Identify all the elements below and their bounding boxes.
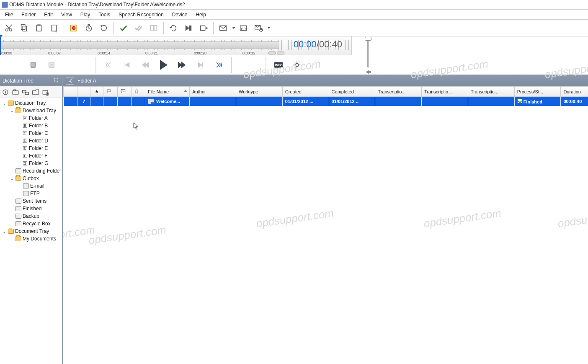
volume-slider-thumb[interactable] <box>365 37 371 41</box>
goto-start-button[interactable] <box>119 58 135 72</box>
tree-item-download-tray[interactable]: ⌄Download Tray <box>1 107 61 114</box>
tree-item-folder-a[interactable]: AFolder A <box>1 114 61 122</box>
copy-button[interactable] <box>17 21 31 35</box>
col-star[interactable]: ★ <box>90 87 103 97</box>
rewind-button[interactable] <box>137 58 153 72</box>
menu-folder[interactable]: Folder <box>17 10 40 19</box>
tree-item-folder-c[interactable]: CFolder C <box>1 129 61 137</box>
new-folder-button[interactable] <box>11 88 20 97</box>
export-button[interactable] <box>196 21 211 35</box>
dictation-tree[interactable]: ⌄Dictation Tray⌄Download TrayAFolder ABF… <box>0 98 62 364</box>
volume-slider-track[interactable] <box>367 38 369 67</box>
chevron-down-icon[interactable]: ⌄ <box>9 108 14 113</box>
tree-item-recycle-box[interactable]: Recycle Box <box>1 220 61 227</box>
col-flag[interactable]: ! <box>117 87 131 97</box>
col-file[interactable]: File Name <box>145 87 189 97</box>
chevron-down-icon[interactable]: ⌄ <box>9 176 14 181</box>
tree-item-folder-f[interactable]: FFolder F <box>1 152 61 160</box>
menu-play[interactable]: Play <box>76 10 94 19</box>
sync-dropdown-icon[interactable] <box>267 27 271 29</box>
tree-item-my-documents[interactable]: My Documents <box>1 235 61 243</box>
back-button[interactable] <box>66 77 74 85</box>
table-header-row[interactable]: ★!File NameAuthorWorktypeCreatedComplete… <box>64 87 588 97</box>
tree-item-recording-folder[interactable]: Recording Folder <box>1 167 61 175</box>
paste-special-button[interactable] <box>47 21 61 35</box>
menu-tools[interactable]: Tools <box>94 10 114 19</box>
record-timer-button[interactable] <box>82 21 96 35</box>
tree-item-outbox[interactable]: ⌄Outbox <box>1 175 61 182</box>
menu-speech-recognition[interactable]: Speech Recognition <box>114 10 168 19</box>
folder-open-button[interactable] <box>31 88 40 97</box>
tree-item-finished[interactable]: Finished <box>1 205 61 212</box>
tree-item-document-tray[interactable]: ⌄Document Tray <box>1 227 61 235</box>
record-button[interactable] <box>67 21 81 35</box>
table-row[interactable]: 7Welcome...01/01/2012 ...01/01/2012 ...F… <box>64 97 588 106</box>
record-cycle-button[interactable] <box>97 21 111 35</box>
tree-item-sent-items[interactable]: Sent Items <box>1 197 61 205</box>
col-tr2[interactable]: Transcriptio... <box>422 87 468 97</box>
folder-letter-icon: A <box>23 116 27 120</box>
tree-collapse-button[interactable] <box>1 88 10 97</box>
lock-icon <box>134 88 139 94</box>
cut-button[interactable] <box>2 21 16 35</box>
mark-done-button[interactable] <box>116 21 131 35</box>
skip-forward-button[interactable] <box>181 21 196 35</box>
col-comment[interactable] <box>103 87 117 97</box>
col-num[interactable] <box>77 87 90 97</box>
menu-help[interactable]: Help <box>191 10 210 19</box>
col-sel[interactable] <box>64 87 77 97</box>
chevron-down-icon[interactable]: ⌄ <box>2 229 7 234</box>
tree-item-folder-b[interactable]: BFolder B <box>1 122 61 129</box>
col-created[interactable]: Created <box>282 87 329 97</box>
sidebar-refresh-icon[interactable] <box>53 77 59 85</box>
chevron-down-icon[interactable]: ⌄ <box>2 101 7 106</box>
comment-icon <box>106 89 112 94</box>
cell-file: Welcome... <box>145 97 189 106</box>
col-tr3[interactable]: Transcriptio... <box>468 87 514 97</box>
ftp-button[interactable]: FTP <box>236 21 250 35</box>
new-subfolder-button[interactable] <box>21 88 30 97</box>
email-dropdown-icon[interactable] <box>232 27 235 29</box>
goto-start-all-button[interactable] <box>101 58 116 72</box>
resume-button[interactable] <box>44 58 59 72</box>
marker-button[interactable]: ! <box>25 58 41 72</box>
ftp-icon <box>23 191 29 196</box>
info-button[interactable]: INFO <box>271 58 286 72</box>
col-worktype[interactable]: Worktype <box>236 87 283 97</box>
menu-view[interactable]: View <box>57 10 76 19</box>
goto-end-button[interactable] <box>193 58 209 72</box>
tree-item-dictation-tray[interactable]: ⌄Dictation Tray <box>1 99 61 107</box>
timeline[interactable]: 0:00:000:00:070:00:140:00:210:00:280:00:… <box>0 36 352 55</box>
col-process[interactable]: Process/St... <box>514 87 561 97</box>
paste-button[interactable] <box>32 21 46 35</box>
mark-done-all-button[interactable] <box>132 21 146 35</box>
col-completed[interactable]: Completed <box>329 87 375 97</box>
col-lock[interactable] <box>131 87 145 97</box>
priority-icon: ! <box>120 88 126 94</box>
menu-device[interactable]: Device <box>168 10 192 19</box>
cell-flag <box>117 97 131 106</box>
fast-forward-button[interactable] <box>174 58 190 72</box>
email-button[interactable] <box>216 21 230 35</box>
tree-item-folder-d[interactable]: DFolder D <box>1 137 61 145</box>
goto-end-all-button[interactable] <box>211 58 227 72</box>
col-tr1[interactable]: Transcriptio... <box>375 87 422 97</box>
tree-item-folder-e[interactable]: EFolder E <box>1 145 61 152</box>
folder-settings-button[interactable] <box>41 88 50 97</box>
settings-button[interactable] <box>289 58 305 72</box>
tree-item-folder-g[interactable]: GFolder G <box>1 160 61 167</box>
play-button[interactable] <box>156 58 172 72</box>
col-duration[interactable]: Duration <box>561 87 588 97</box>
tree-item-ftp[interactable]: FTP <box>1 190 61 197</box>
sync-mail-button[interactable] <box>251 21 266 35</box>
undo-button[interactable] <box>166 21 181 35</box>
menu-edit[interactable]: Edit <box>40 10 57 19</box>
col-author[interactable]: Author <box>190 87 236 97</box>
zoom-scrollbar[interactable] <box>268 52 284 54</box>
tree-item-backup[interactable]: Backup <box>1 212 61 220</box>
file-table[interactable]: ★!File NameAuthorWorktypeCreatedComplete… <box>63 86 588 106</box>
tree-item-e-mail[interactable]: E-mail <box>1 182 61 190</box>
tree-item-label: Download Tray <box>23 108 56 114</box>
menu-file[interactable]: File <box>1 10 17 19</box>
dictionary-button[interactable] <box>147 21 161 35</box>
